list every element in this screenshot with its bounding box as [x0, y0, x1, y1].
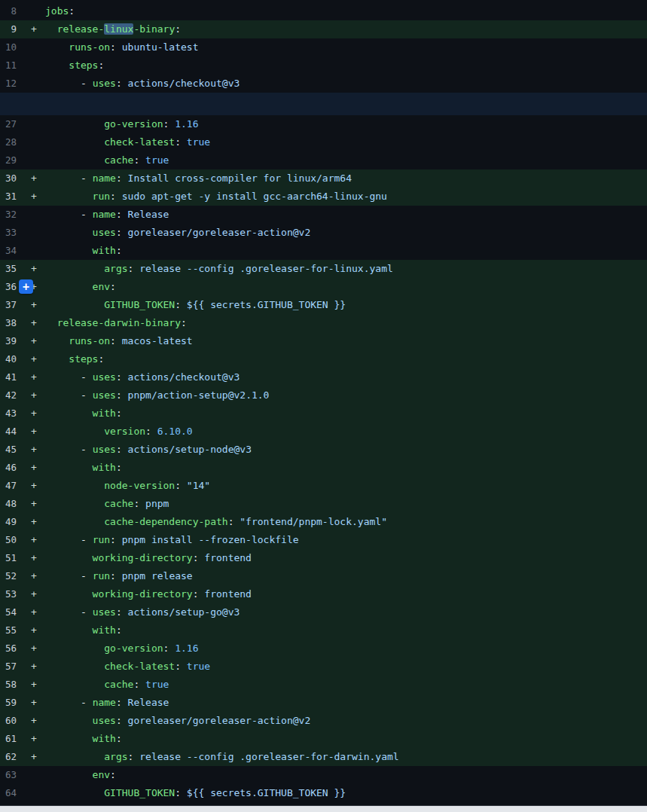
diff-added-marker: +: [23, 459, 45, 477]
code-text: GITHUB_TOKEN: ${{ secrets.GITHUB_TOKEN }…: [45, 296, 346, 314]
diff-added-marker: +: [23, 640, 45, 658]
line-number[interactable]: 11: [0, 56, 23, 75]
line-number[interactable]: 48: [0, 495, 23, 513]
line-number[interactable]: 63: [0, 766, 23, 784]
line-number[interactable]: 9: [0, 20, 23, 38]
diff-line: 43+ with:: [0, 404, 647, 423]
add-comment-button[interactable]: +: [19, 279, 33, 294]
diff-added-marker: +: [23, 441, 45, 459]
line-number[interactable]: 30: [0, 169, 23, 188]
line-number[interactable]: 51: [0, 549, 23, 567]
line-number[interactable]: 55: [0, 621, 23, 640]
code-text: - run: pnpm release: [45, 567, 193, 585]
line-number[interactable]: 28: [0, 133, 23, 151]
line-number[interactable]: 31: [0, 188, 23, 206]
diff-line: 51+ working-directory: frontend: [0, 549, 647, 567]
line-number[interactable]: 61: [0, 730, 23, 748]
line-number[interactable]: 29: [0, 151, 23, 169]
diff-line: 52+ - run: pnpm release: [0, 567, 647, 585]
diff-line: 28 check-latest: true: [0, 133, 647, 151]
line-number[interactable]: 57: [0, 658, 23, 676]
line-number[interactable]: 64: [0, 784, 23, 802]
code-text: - name: Release: [45, 694, 169, 712]
diff-added-marker: +: [23, 495, 45, 513]
line-number[interactable]: 49: [0, 513, 23, 531]
diff-added-marker: +: [23, 694, 45, 712]
diff-line: 9+ release-linux-binary:: [0, 20, 647, 38]
diff-added-marker: +: [23, 188, 45, 206]
diff-line: 32 - name: Release: [0, 206, 647, 224]
diff-line: 46+ with:: [0, 459, 647, 477]
line-number[interactable]: 62: [0, 748, 23, 766]
diff-added-marker: +: [23, 712, 45, 730]
line-number[interactable]: 42: [0, 386, 23, 404]
code-text: - uses: actions/setup-node@v3: [45, 441, 252, 459]
line-number[interactable]: 56: [0, 640, 23, 658]
diff-added-marker: [23, 75, 45, 93]
code-text: env:: [45, 766, 116, 784]
line-number[interactable]: 50: [0, 531, 23, 549]
diff-added-marker: +: [23, 350, 45, 368]
line-number[interactable]: 12: [0, 75, 23, 93]
code-text: uses: goreleaser/goreleaser-action@v2: [45, 712, 310, 730]
line-number[interactable]: 60: [0, 712, 23, 730]
line-number[interactable]: 54: [0, 603, 23, 621]
line-number[interactable]: 37: [0, 296, 23, 314]
diff-added-marker: +: [23, 260, 45, 278]
diff-line: 30+ - name: Install cross-compiler for l…: [0, 169, 647, 188]
diff-line: 45+ - uses: actions/setup-node@v3: [0, 441, 647, 459]
diff-added-marker: +: [23, 567, 45, 585]
code-text: - name: Install cross-compiler for linux…: [45, 169, 352, 188]
code-text: node-version: "14": [45, 477, 210, 495]
line-number[interactable]: 43: [0, 404, 23, 423]
line-number[interactable]: 35: [0, 260, 23, 278]
diff-added-marker: +: [23, 513, 45, 531]
code-text: with:: [45, 730, 122, 748]
line-number[interactable]: 47: [0, 477, 23, 495]
diff-added-marker: +: [23, 332, 45, 350]
diff-line: 8jobs:: [0, 2, 647, 20]
diff-line: 48+ cache: pnpm: [0, 495, 647, 513]
code-text: run: sudo apt-get -y install gcc-aarch64…: [45, 188, 387, 206]
diff-added-marker: +: [23, 423, 45, 441]
line-number[interactable]: 8: [0, 2, 23, 20]
code-text: GITHUB_TOKEN: ${{ secrets.GITHUB_TOKEN }…: [45, 784, 346, 802]
line-number[interactable]: 44: [0, 423, 23, 441]
diff-line: 42+ - uses: pnpm/action-setup@v2.1.0: [0, 386, 647, 404]
line-number[interactable]: 33: [0, 224, 23, 242]
code-text: with:: [45, 459, 122, 477]
diff-line: 38+ release-darwin-binary:: [0, 314, 647, 332]
code-text: cache: true: [45, 151, 169, 169]
line-number[interactable]: 41: [0, 368, 23, 386]
horizontal-scrollbar-area[interactable]: [0, 805, 647, 812]
diff-added-marker: [23, 766, 45, 784]
line-number[interactable]: 58: [0, 676, 23, 694]
line-number[interactable]: 59: [0, 694, 23, 712]
diff-added-marker: +: [23, 658, 45, 676]
line-number[interactable]: 34: [0, 242, 23, 260]
diff-line: 49+ cache-dependency-path: "frontend/pnp…: [0, 513, 647, 531]
code-text: - uses: pnpm/action-setup@v2.1.0: [45, 386, 269, 404]
line-number[interactable]: 46: [0, 459, 23, 477]
code-text: cache-dependency-path: "frontend/pnpm-lo…: [45, 513, 387, 531]
diff-added-marker: +: [23, 477, 45, 495]
line-number[interactable]: 45: [0, 441, 23, 459]
line-number[interactable]: 10: [0, 38, 23, 56]
diff-added-marker: +: [23, 603, 45, 621]
line-number[interactable]: 32: [0, 206, 23, 224]
hunk-expander-row[interactable]: [0, 93, 647, 115]
line-number[interactable]: 27: [0, 115, 23, 133]
line-number[interactable]: 38: [0, 314, 23, 332]
diff-line: 10 runs-on: ubuntu-latest: [0, 38, 647, 56]
line-number[interactable]: 53: [0, 585, 23, 603]
diff-line: 50+ - run: pnpm install --frozen-lockfil…: [0, 531, 647, 549]
diff-line: 58+ cache: true: [0, 676, 647, 694]
code-text: - run: pnpm install --frozen-lockfile: [45, 531, 299, 549]
code-text: with:: [45, 404, 122, 423]
line-number[interactable]: 40: [0, 350, 23, 368]
code-text: steps:: [45, 56, 104, 75]
diff-line: 37+ GITHUB_TOKEN: ${{ secrets.GITHUB_TOK…: [0, 296, 647, 314]
line-number[interactable]: 52: [0, 567, 23, 585]
line-number[interactable]: 39: [0, 332, 23, 350]
code-text: release-linux-binary:: [45, 20, 181, 38]
